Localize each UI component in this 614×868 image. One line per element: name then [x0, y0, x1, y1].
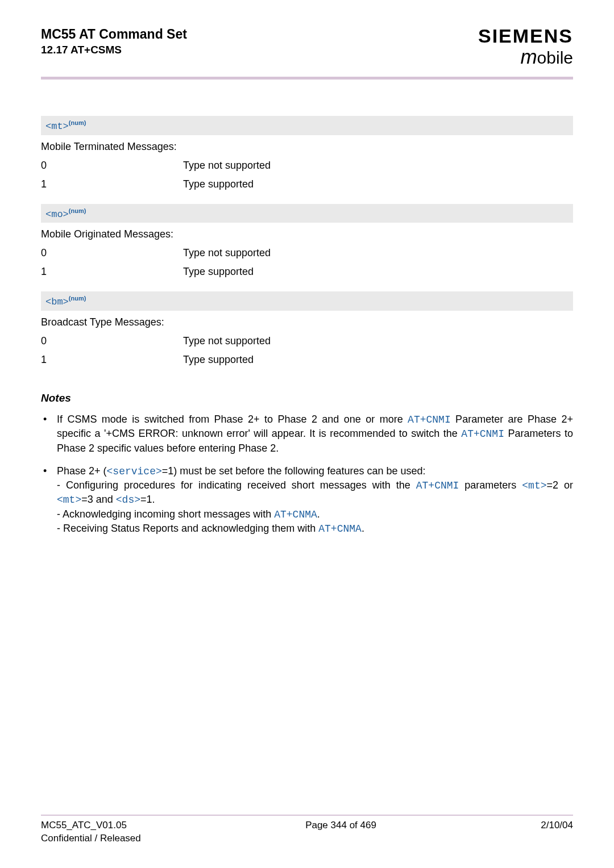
- brand-mobile-rest: obile: [537, 48, 573, 67]
- code-atcnma: AT+CNMA: [274, 509, 317, 520]
- note-item: If CSMS mode is switched from Phase 2+ t…: [41, 412, 573, 455]
- code-mt: <mt>: [57, 494, 81, 506]
- note-subline: - Receiving Status Reports and acknowled…: [57, 521, 573, 536]
- footer-confidential: Confidential / Released: [41, 832, 141, 845]
- note-text: Phase 2+ (: [57, 465, 107, 477]
- param-key: 0: [41, 244, 183, 262]
- page-footer: MC55_ATC_V01.05 Confidential / Released …: [41, 815, 573, 845]
- table-row: 1 Type supported: [41, 175, 573, 194]
- note-text: If CSMS mode is switched from Phase 2+ t…: [57, 414, 408, 425]
- code-atcnmi: AT+CNMI: [416, 480, 459, 491]
- footer-date: 2/10/04: [541, 819, 573, 845]
- note-text: =3 and: [81, 494, 116, 505]
- param-code-bm: <bm>: [45, 297, 69, 307]
- page-header: MC55 AT Command Set 12.17 AT+CSMS SIEMEN…: [41, 26, 573, 66]
- code-atcnmi: AT+CNMI: [408, 414, 451, 425]
- code-atcnma: AT+CNMA: [318, 523, 362, 535]
- footer-divider: [41, 815, 573, 816]
- code-ds: <ds>: [116, 494, 140, 506]
- param-value: Type not supported: [183, 156, 573, 175]
- param-code-mo: <mo>: [45, 208, 69, 219]
- param-header-mt: <mt>(num): [41, 116, 573, 135]
- param-section-mt: <mt>(num) Mobile Terminated Messages: 0 …: [41, 116, 573, 194]
- param-section-mo: <mo>(num) Mobile Originated Messages: 0 …: [41, 204, 573, 282]
- code-atcnmi: AT+CNMI: [461, 428, 504, 440]
- note-text: - Receiving Status Reports and acknowled…: [57, 523, 318, 534]
- table-row: 1 Type supported: [41, 350, 573, 369]
- table-row: 1 Type supported: [41, 262, 573, 281]
- param-key: 0: [41, 156, 183, 175]
- note-text: =2 or: [547, 479, 573, 491]
- footer-page: Page 344 of 469: [305, 819, 376, 845]
- note-subline: - Configuring procedures for indicating …: [57, 478, 573, 507]
- param-table-mo: 0 Type not supported 1 Type supported: [41, 244, 573, 281]
- brand-m-accent: m: [520, 45, 537, 68]
- param-section-bm: <bm>(num) Broadcast Type Messages: 0 Typ…: [41, 291, 573, 369]
- brand-mobile: mobile: [478, 47, 573, 66]
- brand-siemens: SIEMENS: [478, 26, 573, 45]
- note-item: Phase 2+ (<service>=1) must be set befor…: [41, 464, 573, 536]
- header-left: MC55 AT Command Set 12.17 AT+CSMS: [41, 26, 187, 57]
- table-row: 0 Type not supported: [41, 244, 573, 262]
- param-header-bm: <bm>(num): [41, 291, 573, 311]
- code-service: <service>: [107, 466, 162, 477]
- table-row: 0 Type not supported: [41, 156, 573, 175]
- doc-title: MC55 AT Command Set: [41, 26, 187, 43]
- brand-logo: SIEMENS mobile: [478, 26, 573, 66]
- param-value: Type supported: [183, 350, 573, 369]
- param-value: Type not supported: [183, 244, 573, 262]
- param-key: 0: [41, 332, 183, 350]
- param-key: 1: [41, 262, 183, 281]
- note-subline: - Acknowledging incoming short messages …: [57, 507, 573, 521]
- param-sup-mo: (num): [69, 207, 86, 214]
- param-desc-mo: Mobile Originated Messages:: [41, 223, 573, 244]
- param-key: 1: [41, 175, 183, 194]
- footer-left: MC55_ATC_V01.05 Confidential / Released: [41, 819, 141, 845]
- param-table-mt: 0 Type not supported 1 Type supported: [41, 156, 573, 194]
- param-value: Type supported: [183, 175, 573, 194]
- param-key: 1: [41, 350, 183, 369]
- param-sup-mt: (num): [69, 119, 86, 126]
- note-text: =1.: [140, 494, 155, 505]
- header-divider: [41, 77, 573, 80]
- param-header-mo: <mo>(num): [41, 204, 573, 223]
- notes-list: If CSMS mode is switched from Phase 2+ t…: [41, 412, 573, 545]
- note-text: .: [317, 508, 320, 520]
- note-text: =1) must be set before the following fea…: [162, 465, 426, 477]
- note-text: parameters: [459, 479, 522, 491]
- param-sup-bm: (num): [69, 295, 86, 302]
- table-row: 0 Type not supported: [41, 332, 573, 350]
- param-code-mt: <mt>: [45, 121, 69, 132]
- footer-version: MC55_ATC_V01.05: [41, 819, 141, 832]
- note-text: .: [362, 523, 364, 534]
- note-text: - Acknowledging incoming short messages …: [57, 508, 274, 520]
- param-value: Type supported: [183, 262, 573, 281]
- param-desc-mt: Mobile Terminated Messages:: [41, 135, 573, 156]
- note-text: - Configuring procedures for indicating …: [57, 479, 416, 491]
- param-value: Type not supported: [183, 332, 573, 350]
- param-desc-bm: Broadcast Type Messages:: [41, 311, 573, 332]
- doc-subtitle: 12.17 AT+CSMS: [41, 43, 187, 57]
- footer-row: MC55_ATC_V01.05 Confidential / Released …: [41, 819, 573, 845]
- param-table-bm: 0 Type not supported 1 Type supported: [41, 332, 573, 369]
- notes-heading: Notes: [41, 392, 573, 404]
- code-mt: <mt>: [522, 480, 546, 491]
